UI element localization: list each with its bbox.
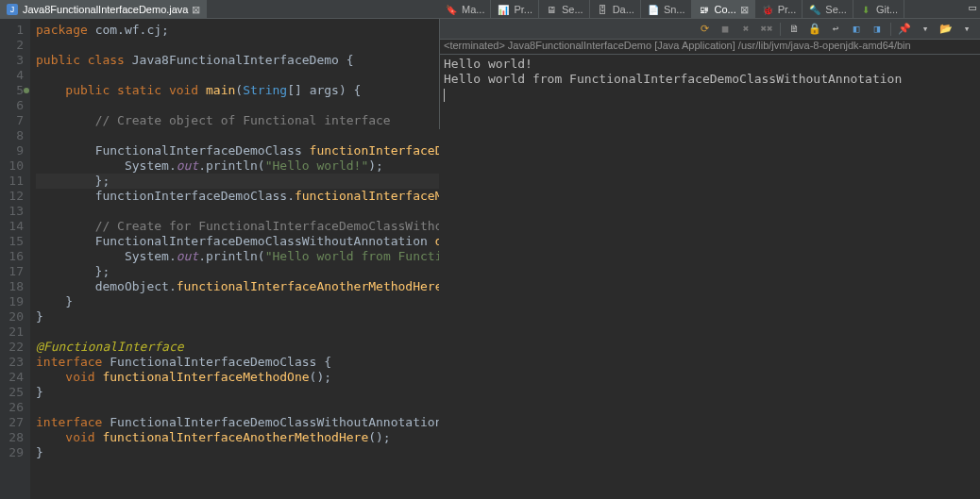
show-console-icon[interactable]: ◧	[849, 22, 864, 37]
tab-search[interactable]: 🔦Se...	[803, 0, 853, 19]
open-console-menu-icon[interactable]: ▾	[959, 22, 974, 37]
console-status: <terminated> Java8FunctionalInterfaceDem…	[440, 40, 980, 55]
tab-git[interactable]: ⬇Git...	[853, 0, 904, 19]
console-panel: ⟳ ■ ✖ ✖✖ 🗎 🔒 ↩ ◧ ◨ 📌 ▾ 📂 ▾ <terminated> …	[439, 19, 980, 129]
close-icon[interactable]: ⊠	[192, 4, 200, 16]
open-console-icon[interactable]: 📂	[938, 22, 954, 37]
servers-icon: 🖥	[545, 3, 558, 16]
remove-launch-icon[interactable]: ✖	[738, 22, 753, 37]
tab-snippets[interactable]: 📄Sn...	[641, 0, 692, 19]
tab-progress[interactable]: 📊Pr...	[491, 0, 539, 19]
tab-problems[interactable]: 🐞Pr...	[755, 0, 803, 19]
java-file-icon: J	[6, 3, 19, 16]
views-tabbar: 🔖Ma... 📊Pr... 🖥Se... 🗄Da... 📄Sn... 🖳Co..…	[439, 0, 980, 19]
tab-markers[interactable]: 🔖Ma...	[439, 0, 491, 19]
console-icon: 🖳	[698, 3, 711, 16]
display-selected-icon[interactable]: ▾	[918, 22, 933, 37]
clear-console-icon[interactable]: 🗎	[786, 22, 802, 37]
svg-text:J: J	[10, 5, 15, 14]
editor-tabbar: J Java8FunctionalInterfaceDemo.java ⊠	[0, 0, 439, 19]
code-area[interactable]: package com.wf.cj; public class Java8Fun…	[30, 19, 439, 499]
separator	[890, 23, 891, 36]
markers-icon: 🔖	[445, 3, 458, 16]
git-icon: ⬇	[859, 3, 872, 16]
snippets-icon: 📄	[647, 3, 660, 16]
close-icon[interactable]: ⊠	[740, 4, 749, 16]
data-icon: 🗄	[596, 3, 609, 16]
console-toolbar: ⟳ ■ ✖ ✖✖ 🗎 🔒 ↩ ◧ ◨ 📌 ▾ 📂 ▾	[440, 19, 980, 40]
separator	[780, 23, 781, 36]
stop-icon[interactable]: ■	[718, 22, 733, 37]
tab-editor-file[interactable]: J Java8FunctionalInterfaceDemo.java ⊠	[0, 0, 207, 19]
code-editor[interactable]: 1234567891011121314151617181920212223242…	[0, 19, 439, 499]
search-icon: 🔦	[808, 3, 821, 16]
remove-all-icon[interactable]: ✖✖	[759, 22, 774, 37]
refresh-icon[interactable]: ⟳	[697, 22, 712, 37]
tab-servers[interactable]: 🖥Se...	[539, 0, 590, 19]
problems-icon: 🐞	[761, 3, 774, 16]
editor-tab-label: Java8FunctionalInterfaceDemo.java	[23, 4, 188, 15]
cursor	[444, 89, 445, 102]
pin-console-icon[interactable]: 📌	[897, 22, 912, 37]
tab-console[interactable]: 🖳Co...⊠	[692, 0, 755, 19]
tab-data[interactable]: 🗄Da...	[590, 0, 641, 19]
word-wrap-icon[interactable]: ↩	[828, 22, 843, 37]
scroll-lock-icon[interactable]: 🔒	[807, 22, 822, 37]
show-console-err-icon[interactable]: ◨	[870, 22, 885, 37]
console-output[interactable]: Hello world! Hello world from Functional…	[440, 55, 980, 129]
line-gutter: 1234567891011121314151617181920212223242…	[0, 19, 30, 499]
progress-icon: 📊	[497, 3, 510, 16]
minimize-icon[interactable]: ▭	[965, 0, 980, 18]
